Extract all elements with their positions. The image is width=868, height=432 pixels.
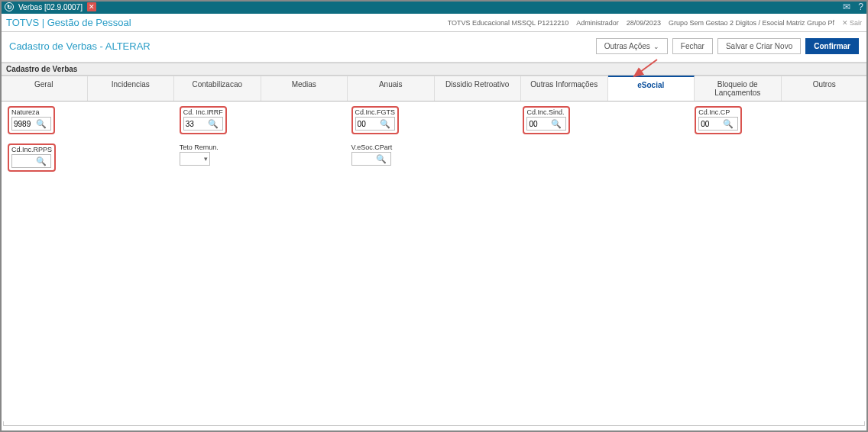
field-cd-inc-cp[interactable]: 🔍 xyxy=(698,117,738,131)
exit-button[interactable]: ✕Sair xyxy=(842,19,862,27)
lookup-icon[interactable]: 🔍 xyxy=(722,119,734,129)
tab-outros[interactable]: Outros xyxy=(782,76,869,101)
field-irrf-label: Cd. Inc.IRRF xyxy=(183,108,223,116)
mail-icon[interactable]: ✉ xyxy=(843,2,850,12)
page-subheader: Cadastro de Verbas - ALTERAR Outras Açõe… xyxy=(0,32,868,63)
field-cd-inc-sind[interactable]: 🔍 xyxy=(526,117,566,131)
date-label: 28/09/2023 xyxy=(627,19,661,27)
env-label: TOTVS Educacional MSSQL P1212210 xyxy=(448,19,569,27)
field-rpps-highlight: Cd.Inc.RPPS 🔍 xyxy=(8,143,56,172)
group-label: Grupo Sem Gestao 2 Digitos / Esocial Mat… xyxy=(669,19,834,27)
field-vesoc-cpart[interactable]: 🔍 xyxy=(351,152,391,166)
tab-dissidio[interactable]: Dissidio Retroativo xyxy=(435,76,522,101)
lookup-icon[interactable]: 🔍 xyxy=(375,154,387,164)
tab-strip: Geral Incidencias Contabilizacao Medias … xyxy=(0,76,868,102)
form-row-2: Cd.Inc.RPPS 🔍 Teto Remun. ▾ V.eSoc.CPart… xyxy=(0,139,868,176)
fgts-input[interactable] xyxy=(356,119,379,129)
user-label: Administrador xyxy=(576,19,619,27)
window-titlebar: ↻ Verbas [02.9.0007] ✕ ✉ ? xyxy=(0,0,868,14)
cp-input[interactable] xyxy=(699,119,722,129)
field-sind-highlight: Cd.Inc.Sind. 🔍 xyxy=(523,106,570,134)
irrf-input[interactable] xyxy=(184,119,207,129)
field-teto-label: Teto Remun. xyxy=(180,143,345,151)
tab-esocial[interactable]: eSocial xyxy=(608,76,695,101)
tab-incidencias[interactable]: Incidencias xyxy=(88,76,175,101)
tab-contabilizacao[interactable]: Contabilizacao xyxy=(174,76,261,101)
field-vesoc-label: V.eSoc.CPart xyxy=(351,143,517,151)
field-cp-label: Cd.Inc.CP xyxy=(698,108,738,116)
close-button[interactable]: Fechar xyxy=(672,38,713,54)
sind-input[interactable] xyxy=(527,119,550,129)
field-cp-highlight: Cd.Inc.CP 🔍 xyxy=(695,106,742,134)
tab-outras-info[interactable]: Outras Informações xyxy=(521,76,608,101)
page-title: Cadastro de Verbas - ALTERAR xyxy=(9,40,151,52)
save-and-new-button[interactable]: Salvar e Criar Novo xyxy=(717,38,801,54)
tab-bloqueio[interactable]: Bloqueio de Lançamentos xyxy=(695,76,782,101)
field-natureza-label: Natureza xyxy=(11,108,51,116)
lookup-icon[interactable]: 🔍 xyxy=(207,119,219,129)
brand-title: TOTVS | Gestão de Pessoal xyxy=(6,17,131,28)
field-cd-inc-fgts[interactable]: 🔍 xyxy=(355,117,395,131)
field-sind-label: Cd.Inc.Sind. xyxy=(526,108,566,116)
field-cd-inc-rpps[interactable]: 🔍 xyxy=(11,154,51,168)
field-natureza[interactable]: 🔍 xyxy=(11,117,51,131)
chevron-down-icon: ⌄ xyxy=(653,43,659,50)
window-title: Verbas [02.9.0007] xyxy=(18,3,83,11)
help-icon[interactable]: ? xyxy=(858,2,863,12)
lookup-icon[interactable]: 🔍 xyxy=(35,119,47,129)
vesoc-input[interactable] xyxy=(352,154,375,164)
section-label: Cadastro de Verbas xyxy=(0,63,868,76)
app-logo-icon: ↻ xyxy=(5,2,14,11)
natureza-input[interactable] xyxy=(12,119,35,129)
tab-geral[interactable]: Geral xyxy=(0,76,88,101)
field-cd-inc-irrf[interactable]: 🔍 xyxy=(183,117,223,131)
field-fgts-highlight: Cd.Inc.FGTS 🔍 xyxy=(351,106,400,134)
field-natureza-highlight: Natureza 🔍 xyxy=(8,106,55,134)
app-header: TOTVS | Gestão de Pessoal TOTVS Educacio… xyxy=(0,14,868,32)
field-fgts-label: Cd.Inc.FGTS xyxy=(355,108,396,116)
field-irrf-highlight: Cd. Inc.IRRF 🔍 xyxy=(180,106,227,134)
lookup-icon[interactable]: 🔍 xyxy=(379,119,391,129)
tab-medias[interactable]: Medias xyxy=(261,76,348,101)
chevron-down-icon: ▾ xyxy=(204,155,208,163)
field-rpps-label: Cd.Inc.RPPS xyxy=(11,146,52,153)
lookup-icon[interactable]: 🔍 xyxy=(35,156,47,166)
rpps-input[interactable] xyxy=(12,156,35,166)
footer-border xyxy=(3,421,865,426)
other-actions-button[interactable]: Outras Ações⌄ xyxy=(596,38,668,54)
close-icon[interactable]: ✕ xyxy=(87,2,96,11)
close-x-icon: ✕ xyxy=(842,19,848,27)
confirm-button[interactable]: Confirmar xyxy=(805,38,859,54)
lookup-icon[interactable]: 🔍 xyxy=(550,119,562,129)
tab-anuais[interactable]: Anuais xyxy=(348,76,435,101)
field-teto-remun[interactable]: ▾ xyxy=(180,152,210,166)
form-row-1: Natureza 🔍 Cd. Inc.IRRF 🔍 Cd.Inc.FGTS 🔍 xyxy=(0,102,868,139)
